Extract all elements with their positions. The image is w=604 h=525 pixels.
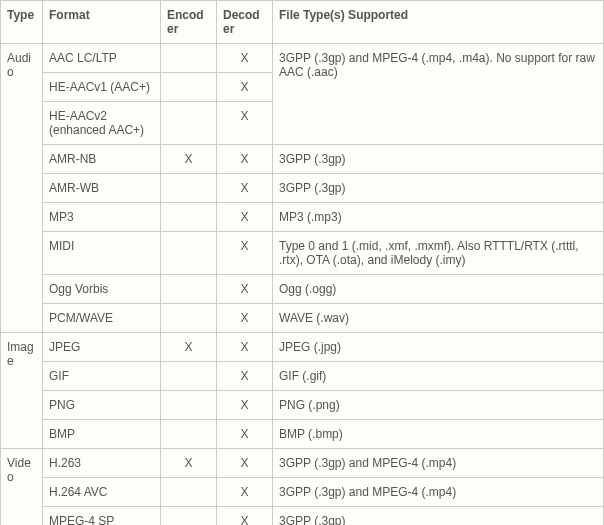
- format-cell: HE-AACv2 (enhanced AAC+): [43, 102, 161, 145]
- decoder-cell: X: [217, 391, 273, 420]
- decoder-cell: X: [217, 44, 273, 73]
- encoder-cell: [161, 507, 217, 526]
- filetypes-cell: GIF (.gif): [273, 362, 604, 391]
- table-row: MPEG-4 SPX3GPP (.3gp): [1, 507, 604, 526]
- encoder-cell: [161, 232, 217, 275]
- filetypes-cell: 3GPP (.3gp): [273, 145, 604, 174]
- table-row: MP3XMP3 (.mp3): [1, 203, 604, 232]
- decoder-cell: X: [217, 275, 273, 304]
- format-cell: MPEG-4 SP: [43, 507, 161, 526]
- filetypes-cell: Type 0 and 1 (.mid, .xmf, .mxmf). Also R…: [273, 232, 604, 275]
- format-cell: GIF: [43, 362, 161, 391]
- encoder-cell: [161, 420, 217, 449]
- format-cell: PCM/WAVE: [43, 304, 161, 333]
- table-row: VideoH.263XX3GPP (.3gp) and MPEG-4 (.mp4…: [1, 449, 604, 478]
- table-row: AMR-WBX3GPP (.3gp): [1, 174, 604, 203]
- format-cell: JPEG: [43, 333, 161, 362]
- table-row: MIDIXType 0 and 1 (.mid, .xmf, .mxmf). A…: [1, 232, 604, 275]
- encoder-cell: [161, 174, 217, 203]
- filetypes-cell: JPEG (.jpg): [273, 333, 604, 362]
- format-cell: H.264 AVC: [43, 478, 161, 507]
- table-row: GIFXGIF (.gif): [1, 362, 604, 391]
- decoder-cell: X: [217, 362, 273, 391]
- col-header-encoder: Encoder: [161, 1, 217, 44]
- decoder-cell: X: [217, 73, 273, 102]
- table-row: AudioAAC LC/LTPX3GPP (.3gp) and MPEG-4 (…: [1, 44, 604, 73]
- filetypes-cell: MP3 (.mp3): [273, 203, 604, 232]
- col-header-filetypes: File Type(s) Supported: [273, 1, 604, 44]
- encoder-cell: X: [161, 449, 217, 478]
- format-cell: MP3: [43, 203, 161, 232]
- decoder-cell: X: [217, 304, 273, 333]
- table-header-row: Type Format Encoder Decoder File Type(s)…: [1, 1, 604, 44]
- encoder-cell: X: [161, 145, 217, 174]
- table-row: AMR-NBXX3GPP (.3gp): [1, 145, 604, 174]
- format-cell: AMR-NB: [43, 145, 161, 174]
- filetypes-cell: 3GPP (.3gp) and MPEG-4 (.mp4, .m4a). No …: [273, 44, 604, 145]
- filetypes-cell: PNG (.png): [273, 391, 604, 420]
- filetypes-cell: BMP (.bmp): [273, 420, 604, 449]
- encoder-cell: [161, 102, 217, 145]
- decoder-cell: X: [217, 102, 273, 145]
- decoder-cell: X: [217, 507, 273, 526]
- format-cell: Ogg Vorbis: [43, 275, 161, 304]
- type-cell: Image: [1, 333, 43, 449]
- table-row: BMPXBMP (.bmp): [1, 420, 604, 449]
- type-cell: Audio: [1, 44, 43, 333]
- filetypes-cell: WAVE (.wav): [273, 304, 604, 333]
- decoder-cell: X: [217, 174, 273, 203]
- col-header-type: Type: [1, 1, 43, 44]
- encoder-cell: [161, 478, 217, 507]
- decoder-cell: X: [217, 420, 273, 449]
- decoder-cell: X: [217, 203, 273, 232]
- decoder-cell: X: [217, 232, 273, 275]
- format-cell: AAC LC/LTP: [43, 44, 161, 73]
- decoder-cell: X: [217, 449, 273, 478]
- table-row: ImageJPEGXXJPEG (.jpg): [1, 333, 604, 362]
- col-header-format: Format: [43, 1, 161, 44]
- col-header-decoder: Decoder: [217, 1, 273, 44]
- encoder-cell: [161, 203, 217, 232]
- filetypes-cell: 3GPP (.3gp) and MPEG-4 (.mp4): [273, 478, 604, 507]
- format-cell: MIDI: [43, 232, 161, 275]
- format-cell: PNG: [43, 391, 161, 420]
- table-row: PNGXPNG (.png): [1, 391, 604, 420]
- encoder-cell: [161, 391, 217, 420]
- filetypes-cell: 3GPP (.3gp): [273, 507, 604, 526]
- format-cell: HE-AACv1 (AAC+): [43, 73, 161, 102]
- filetypes-cell: Ogg (.ogg): [273, 275, 604, 304]
- decoder-cell: X: [217, 478, 273, 507]
- encoder-cell: X: [161, 333, 217, 362]
- table-row: Ogg VorbisXOgg (.ogg): [1, 275, 604, 304]
- decoder-cell: X: [217, 333, 273, 362]
- format-cell: BMP: [43, 420, 161, 449]
- encoder-cell: [161, 362, 217, 391]
- encoder-cell: [161, 304, 217, 333]
- filetypes-cell: 3GPP (.3gp) and MPEG-4 (.mp4): [273, 449, 604, 478]
- table-body: AudioAAC LC/LTPX3GPP (.3gp) and MPEG-4 (…: [1, 44, 604, 526]
- filetypes-cell: 3GPP (.3gp): [273, 174, 604, 203]
- encoder-cell: [161, 73, 217, 102]
- format-cell: AMR-WB: [43, 174, 161, 203]
- type-cell: Video: [1, 449, 43, 526]
- decoder-cell: X: [217, 145, 273, 174]
- encoder-cell: [161, 275, 217, 304]
- table-row: H.264 AVCX3GPP (.3gp) and MPEG-4 (.mp4): [1, 478, 604, 507]
- encoder-cell: [161, 44, 217, 73]
- media-formats-table: Type Format Encoder Decoder File Type(s)…: [0, 0, 604, 525]
- format-cell: H.263: [43, 449, 161, 478]
- table-row: PCM/WAVEXWAVE (.wav): [1, 304, 604, 333]
